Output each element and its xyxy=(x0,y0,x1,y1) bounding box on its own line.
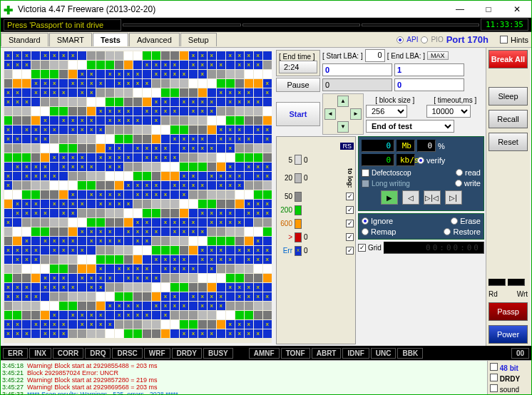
grid-chk[interactable] xyxy=(358,244,366,252)
hints-label: Hints xyxy=(511,36,528,44)
leg-20: 20 xyxy=(278,174,292,182)
surface-map: xxxxxxxxxxxxxxxxxxxxxxxxxxxxxxxxxxxxxxxx… xyxy=(4,51,272,343)
drdy-chk[interactable] xyxy=(490,374,498,381)
mb-unit: Mb xyxy=(397,140,415,152)
block-size-select[interactable]: 256 xyxy=(366,105,407,118)
block-size-label: [ block size ] xyxy=(366,96,424,104)
end-lba-input[interactable] xyxy=(394,63,464,76)
pause-button[interactable]: Pause xyxy=(276,78,320,92)
defecto-chk[interactable] xyxy=(362,169,369,177)
rd-label: Rd xyxy=(488,290,498,298)
log-chk-200[interactable] xyxy=(346,206,354,214)
timeout-select[interactable]: 10000 xyxy=(426,105,471,118)
log-chk-err[interactable] xyxy=(346,247,354,255)
tab-smart[interactable]: SMART xyxy=(49,33,92,46)
kbs-value: 0 xyxy=(362,154,394,166)
status-slot-4 xyxy=(362,24,479,26)
log-area[interactable]: 3:45:18 Warning! Block start at 29298554… xyxy=(1,361,487,394)
48bit-label: 48 bit xyxy=(500,364,518,372)
longwr-chk[interactable] xyxy=(362,180,369,188)
restore-label: Restore xyxy=(453,227,481,236)
tab-tests[interactable]: Tests xyxy=(93,33,128,46)
end-time-label: [ End time ] xyxy=(279,53,317,61)
mb-value: 0 xyxy=(362,140,394,152)
status-message: Press 'Passport' to init drive xyxy=(4,19,121,31)
remap-radio[interactable] xyxy=(362,228,369,235)
timer: 00:00:00 xyxy=(384,242,484,254)
power-button[interactable]: Power xyxy=(488,325,528,344)
flag-wrf: WRF xyxy=(144,348,170,359)
log-chk-50[interactable] xyxy=(346,193,354,200)
48bit-chk[interactable] xyxy=(490,363,498,371)
leg-gt: > xyxy=(278,233,292,241)
play-button[interactable]: ▶ xyxy=(381,190,398,205)
restore-radio[interactable] xyxy=(444,228,451,235)
api-radio[interactable] xyxy=(397,36,404,43)
hints-checkbox[interactable] xyxy=(500,36,508,43)
nav-up[interactable]: ▲ xyxy=(337,96,349,107)
erase-radio[interactable] xyxy=(451,217,458,225)
start-button[interactable]: Start xyxy=(276,102,320,126)
start-lba-input[interactable] xyxy=(322,63,392,76)
sound-chk[interactable] xyxy=(490,384,498,392)
skip-button[interactable]: ▷|◁ xyxy=(424,190,441,205)
pio-label: PIO xyxy=(431,36,443,43)
minimize-button[interactable]: — xyxy=(446,1,474,17)
flag-inx: INX xyxy=(29,348,51,359)
end-of-test-select[interactable]: End of test xyxy=(366,120,454,133)
tab-advanced[interactable]: Advanced xyxy=(129,33,180,46)
flag-drq: DRQ xyxy=(85,348,111,359)
tab-setup[interactable]: Setup xyxy=(180,33,217,46)
reset-button[interactable]: Reset xyxy=(488,133,528,151)
leg-50: 50 xyxy=(278,193,292,200)
wrt-label: Wrt xyxy=(517,290,528,298)
flag-busy: BUSY xyxy=(203,348,233,359)
end-button[interactable]: ▷| xyxy=(445,190,462,205)
timeout-label: [ timeout,ms ] xyxy=(426,96,485,104)
leg-5: 5 xyxy=(278,156,292,164)
nav-right[interactable]: ► xyxy=(350,108,362,120)
flag-right: 00 xyxy=(511,348,529,359)
window-title: Victoria 4.47 Freeware (2013-02-20) xyxy=(18,4,446,14)
break-all-button[interactable]: Break All xyxy=(488,50,528,68)
longwr-label: Long writing xyxy=(372,180,410,188)
read-radio[interactable] xyxy=(456,169,463,176)
log-chk-gt[interactable] xyxy=(346,233,354,241)
leg-gt-v: 0 xyxy=(304,233,308,241)
nav-left[interactable]: ◄ xyxy=(324,108,336,120)
back-button[interactable]: ◁ xyxy=(402,190,419,205)
log-chk-600[interactable] xyxy=(346,220,354,227)
end-time-value: 2:24 xyxy=(279,61,317,73)
flag-bbk: BBK xyxy=(397,348,423,359)
current-lba[interactable] xyxy=(322,78,392,91)
flag-drsc: DRSC xyxy=(112,348,142,359)
nav-pad: ▲ ▼ ◄ ► xyxy=(322,93,364,135)
grid-label: Grid xyxy=(368,244,382,252)
ignore-radio[interactable] xyxy=(362,217,369,225)
clock: 11:33:35 xyxy=(481,19,528,31)
maximize-button[interactable]: □ xyxy=(474,1,503,17)
app-icon: ✚ xyxy=(4,4,15,15)
pio-radio[interactable] xyxy=(421,36,428,43)
close-button[interactable]: ✕ xyxy=(503,1,531,17)
flag-abrt: ABRT xyxy=(312,348,342,359)
flag-idnf: IDNF xyxy=(342,348,369,359)
sleep-button[interactable]: Sleep xyxy=(488,87,528,106)
rd-indicator xyxy=(488,279,506,286)
recall-button[interactable]: Recall xyxy=(488,110,528,128)
passport-button[interactable]: Passp xyxy=(488,302,528,321)
pct-unit: % xyxy=(438,142,445,150)
remap-label: Remap xyxy=(371,227,396,236)
api-label: API xyxy=(406,36,418,43)
write-label: write xyxy=(464,179,481,188)
tab-standard[interactable]: Standard xyxy=(1,33,48,46)
write-radio[interactable] xyxy=(455,180,462,187)
leg-20-v: 0 xyxy=(304,174,308,182)
rs-badge: RS xyxy=(340,143,354,150)
current-lba-2[interactable] xyxy=(394,78,464,91)
nav-down[interactable]: ▼ xyxy=(337,121,349,133)
pct-value: 0 xyxy=(417,140,436,152)
max-button[interactable]: MAX xyxy=(427,51,449,60)
verify-radio[interactable] xyxy=(417,157,424,164)
status-slot-2 xyxy=(123,24,240,26)
